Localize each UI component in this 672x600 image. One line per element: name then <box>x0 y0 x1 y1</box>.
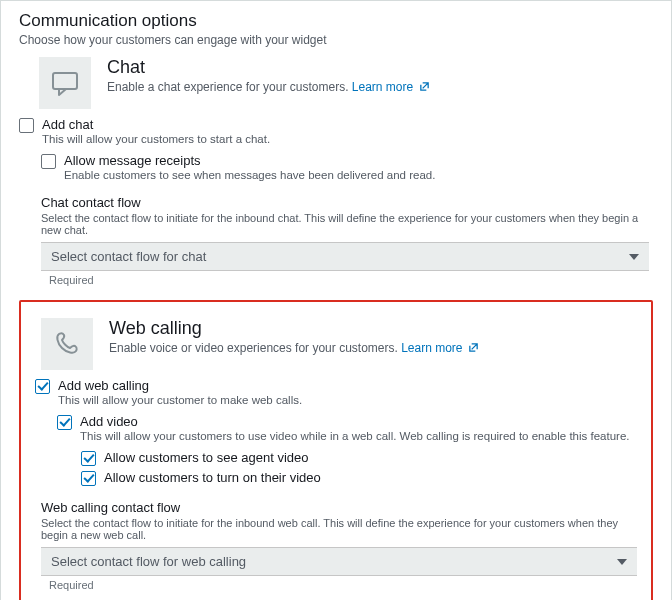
chat-flow-placeholder: Select contact flow for chat <box>51 249 206 264</box>
web-flow-select[interactable]: Select contact flow for web calling <box>41 547 637 576</box>
web-calling-learn-more-link[interactable]: Learn more <box>401 341 479 355</box>
web-flow-required: Required <box>49 579 637 591</box>
chat-desc-text: Enable a chat experience for your custom… <box>107 80 348 94</box>
add-chat-desc: This will allow your customers to start … <box>42 133 270 145</box>
web-flow-title: Web calling contact flow <box>41 500 637 515</box>
web-calling-highlight: Web calling Enable voice or video experi… <box>19 300 653 600</box>
turn-on-video-row: Allow customers to turn on their video <box>81 470 637 486</box>
turn-on-video-checkbox[interactable] <box>81 471 96 486</box>
add-video-row: Add video This will allow your customers… <box>57 414 637 442</box>
message-receipts-row: Allow message receipts Enable customers … <box>41 153 653 181</box>
chat-flow-select[interactable]: Select contact flow for chat <box>41 242 649 271</box>
phone-icon <box>41 318 93 370</box>
web-flow-placeholder: Select contact flow for web calling <box>51 554 246 569</box>
chevron-down-icon <box>617 559 627 565</box>
add-video-label: Add video <box>80 414 630 429</box>
external-link-icon <box>419 81 430 95</box>
chat-title: Chat <box>107 57 430 78</box>
web-calling-desc-text: Enable voice or video experiences for yo… <box>109 341 398 355</box>
add-video-desc: This will allow your customers to use vi… <box>80 430 630 442</box>
add-chat-checkbox[interactable] <box>19 118 34 133</box>
add-web-calling-label: Add web calling <box>58 378 302 393</box>
chat-flow-desc: Select the contact flow to initiate for … <box>41 212 649 236</box>
chat-icon <box>39 57 91 109</box>
web-calling-desc: Enable voice or video experiences for yo… <box>109 341 479 356</box>
see-agent-video-label: Allow customers to see agent video <box>104 450 309 465</box>
add-web-calling-row: Add web calling This will allow your cus… <box>35 378 637 406</box>
see-agent-video-checkbox[interactable] <box>81 451 96 466</box>
communication-options-panel: Communication options Choose how your cu… <box>0 0 672 600</box>
chat-desc: Enable a chat experience for your custom… <box>107 80 430 95</box>
chevron-down-icon <box>629 254 639 260</box>
add-chat-row: Add chat This will allow your customers … <box>19 117 653 145</box>
add-chat-label: Add chat <box>42 117 270 132</box>
message-receipts-desc: Enable customers to see when messages ha… <box>64 169 435 181</box>
add-web-calling-desc: This will allow your customer to make we… <box>58 394 302 406</box>
svg-rect-0 <box>53 73 77 89</box>
turn-on-video-label: Allow customers to turn on their video <box>104 470 321 485</box>
web-calling-learn-more-text: Learn more <box>401 341 462 355</box>
chat-flow-title: Chat contact flow <box>41 195 649 210</box>
message-receipts-checkbox[interactable] <box>41 154 56 169</box>
page-title: Communication options <box>19 11 653 31</box>
web-calling-title: Web calling <box>109 318 479 339</box>
chat-learn-more-text: Learn more <box>352 80 413 94</box>
see-agent-video-row: Allow customers to see agent video <box>81 450 637 466</box>
page-subtitle: Choose how your customers can engage wit… <box>19 33 653 47</box>
chat-feature-header: Chat Enable a chat experience for your c… <box>39 57 653 109</box>
chat-learn-more-link[interactable]: Learn more <box>352 80 430 94</box>
web-flow-desc: Select the contact flow to initiate for … <box>41 517 637 541</box>
add-video-checkbox[interactable] <box>57 415 72 430</box>
message-receipts-label: Allow message receipts <box>64 153 435 168</box>
add-web-calling-checkbox[interactable] <box>35 379 50 394</box>
web-calling-feature-header: Web calling Enable voice or video experi… <box>41 318 637 370</box>
external-link-icon <box>468 342 479 356</box>
chat-flow-required: Required <box>49 274 649 286</box>
